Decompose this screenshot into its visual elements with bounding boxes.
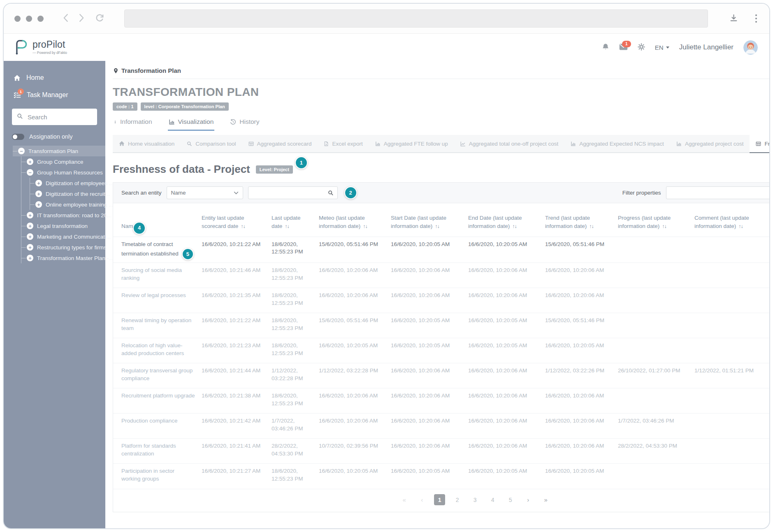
- search-field-select[interactable]: Name: [167, 186, 243, 199]
- sort-icon[interactable]: ↑↓: [589, 223, 594, 230]
- settings-button[interactable]: [638, 43, 645, 52]
- entity-link[interactable]: Recruitment platform upgrade: [121, 393, 195, 399]
- sort-icon[interactable]: ↑↓: [662, 223, 666, 230]
- subtab-aggregated-expected-ncs-impact[interactable]: Aggregated Expected NCS impact: [564, 135, 670, 152]
- table-row[interactable]: Renewal timing by operation team16/6/202…: [113, 313, 770, 338]
- window-controls[interactable]: [14, 16, 44, 22]
- refresh-button[interactable]: [95, 14, 104, 24]
- back-button[interactable]: [63, 14, 68, 23]
- page-5-button[interactable]: 5: [505, 494, 516, 505]
- next-page-button[interactable]: ›: [522, 494, 534, 505]
- tree-item-group-compliance[interactable]: +Group Compliance: [21, 156, 105, 167]
- expand-icon[interactable]: +: [27, 255, 33, 261]
- column-header-entity-last-update-scorecard-date[interactable]: Entity last update scorecard date↑↓: [202, 214, 272, 230]
- subtab-aggregated-fte-follow-up[interactable]: Aggregated FTE follow up: [369, 135, 454, 152]
- url-bar[interactable]: [124, 9, 708, 28]
- sort-icon[interactable]: ↑↓: [363, 223, 367, 230]
- window-dot-icon[interactable]: [37, 16, 44, 22]
- column-header-comment-last-update-information-date[interactable]: Comment (last update information date)↑↓: [694, 214, 769, 230]
- expand-icon[interactable]: +: [35, 190, 42, 197]
- expand-icon[interactable]: +: [35, 201, 42, 208]
- collapse-icon[interactable]: −: [27, 169, 33, 176]
- expand-icon[interactable]: +: [27, 223, 33, 229]
- sidebar-item-home[interactable]: Home: [4, 69, 105, 86]
- first-page-button[interactable]: «: [399, 494, 410, 505]
- table-row[interactable]: Timetable of contract termination establ…: [113, 237, 770, 263]
- sidebar-item-task-manager[interactable]: 1 Task Manager: [4, 86, 105, 104]
- tree-item-transformation-master-plan[interactable]: +Transformation Master Plan -...: [21, 253, 105, 263]
- column-header-end-date-last-update-information-date[interactable]: End Date (last update information date)↑…: [468, 214, 545, 230]
- table-row[interactable]: Participation in sector working groups16…: [113, 464, 770, 489]
- avatar[interactable]: [743, 40, 758, 55]
- collapse-icon[interactable]: −: [18, 148, 25, 154]
- tree-item-legal-transformation[interactable]: +Legal transformation: [21, 221, 105, 231]
- subtab-comparison-tool[interactable]: Comparison tool: [181, 135, 242, 152]
- subtab-aggregated-scorecard[interactable]: Aggregated scorecard: [242, 135, 318, 152]
- entity-link[interactable]: Relocation of high value-added productio…: [121, 342, 184, 356]
- tree-item-transformation-plan[interactable]: −Transformation Plan: [13, 146, 105, 156]
- tab-history[interactable]: History: [229, 118, 260, 131]
- table-row[interactable]: Production compliance16/6/2020, 10:21:42…: [113, 414, 770, 439]
- expand-icon[interactable]: +: [27, 233, 33, 240]
- subtab-excel-export[interactable]: Excel export: [318, 135, 369, 152]
- tree-item-marketing-and-communicati[interactable]: +Marketing and Communicati...: [21, 231, 105, 242]
- table-row[interactable]: Platform for standards centralization16/…: [113, 439, 770, 464]
- entity-link[interactable]: Participation in sector working groups: [121, 468, 174, 481]
- subtab-home-visualisation[interactable]: Home visualisation: [113, 135, 181, 152]
- sort-icon[interactable]: ↑↓: [241, 223, 245, 230]
- messages-button[interactable]: 1: [619, 44, 628, 51]
- expand-icon[interactable]: +: [27, 158, 33, 165]
- entity-link[interactable]: Sourcing of social media ranking: [121, 267, 182, 281]
- tree-item-online-employee-training[interactable]: +Online employee training ...: [30, 199, 105, 210]
- column-header-name[interactable]: Name4: [113, 222, 202, 230]
- page-4-button[interactable]: 4: [487, 494, 498, 505]
- tab-information[interactable]: Information: [113, 118, 153, 131]
- sort-icon[interactable]: ↑↓: [285, 223, 289, 230]
- tree-item-it-transformation-road-to-20[interactable]: +IT transformation: road to 20...: [21, 210, 105, 221]
- table-row[interactable]: Relocation of high value-added productio…: [113, 338, 770, 363]
- page-3-button[interactable]: 3: [469, 494, 481, 505]
- entity-link[interactable]: Platform for standards centralization: [121, 443, 176, 456]
- expand-icon[interactable]: +: [35, 180, 42, 186]
- subtab-freshness-of-data-project[interactable]: Freshness of data - Project: [750, 135, 770, 152]
- page-1-button[interactable]: 1: [434, 494, 445, 505]
- sidebar-search-input[interactable]: [27, 113, 92, 121]
- last-page-button[interactable]: »: [540, 494, 551, 505]
- assignation-toggle[interactable]: [12, 134, 24, 140]
- tab-visualization[interactable]: Visualization: [168, 118, 215, 131]
- column-header-last-update-date[interactable]: Last update date↑↓: [272, 214, 319, 230]
- notifications-button[interactable]: [602, 43, 609, 52]
- entity-link[interactable]: Review of legal processes: [121, 292, 186, 298]
- subtab-aggregated-project-cost[interactable]: Aggregated project cost: [670, 135, 750, 152]
- column-header-progress-last-update-information-date[interactable]: Progress (last update information date)↑…: [618, 214, 694, 230]
- entity-link[interactable]: Production compliance: [121, 418, 178, 424]
- forward-button[interactable]: [79, 14, 84, 23]
- expand-icon[interactable]: +: [27, 244, 33, 251]
- window-dot-icon[interactable]: [14, 16, 21, 22]
- download-button[interactable]: [730, 14, 738, 23]
- browser-menu-button[interactable]: [754, 13, 759, 25]
- sort-icon[interactable]: ↑↓: [435, 223, 439, 230]
- table-row[interactable]: Recruitment platform upgrade16/6/2020, 1…: [113, 388, 770, 414]
- filter-properties-select[interactable]: [666, 186, 770, 199]
- tree-item-group-human-ressources[interactable]: −Group Human Ressources: [21, 167, 105, 178]
- tree-item-digitization-of-the-recruit[interactable]: +Digitization of the recruit...: [30, 188, 105, 199]
- tree-item-digitization-of-employees[interactable]: +Digitization of employees ...: [30, 178, 105, 188]
- search-icon[interactable]: [328, 190, 334, 196]
- entity-link[interactable]: Regulatory transversal group compliance: [121, 367, 193, 381]
- page-2-button[interactable]: 2: [452, 494, 463, 505]
- window-dot-icon[interactable]: [26, 16, 32, 22]
- entity-link[interactable]: Renewal timing by operation team: [121, 317, 191, 331]
- prev-page-button[interactable]: ‹: [416, 494, 427, 505]
- entity-search-input[interactable]: [252, 189, 328, 196]
- column-header-start-date-last-update-information-date[interactable]: Start Date (last update information date…: [391, 214, 468, 230]
- sort-icon[interactable]: ↑↓: [512, 223, 517, 230]
- sort-icon[interactable]: ↑↓: [738, 223, 743, 230]
- subtab-aggregated-total-one-off-project-cost[interactable]: Aggregated total one-off project cost: [454, 135, 564, 152]
- column-header-trend-last-update-information-date[interactable]: Trend (last update information date)↑↓: [545, 214, 618, 230]
- expand-icon[interactable]: +: [27, 212, 33, 218]
- column-header-meteo-last-update-information-date[interactable]: Meteo (last update information date)↑↓: [319, 214, 391, 230]
- brand-logo[interactable]: proPilot — Powered by dFakto: [13, 38, 67, 57]
- language-selector[interactable]: EN: [655, 44, 669, 51]
- table-row[interactable]: Review of legal processes16/6/2020, 10:2…: [113, 288, 770, 313]
